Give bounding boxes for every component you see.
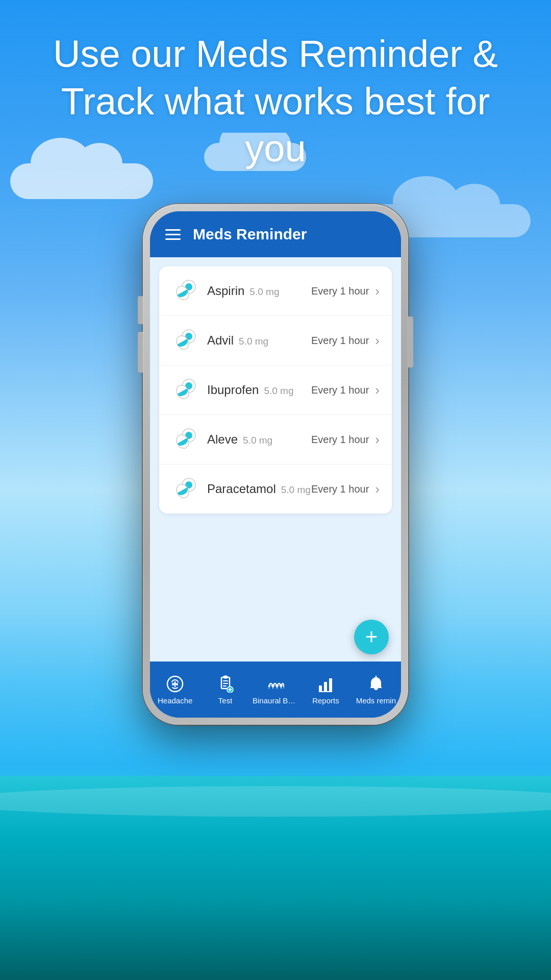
nav-item-reports[interactable]: Reports <box>300 662 350 718</box>
chevron-right-aleve: › <box>375 432 380 448</box>
med-dose-ibuprofen: 5.0 mg <box>264 385 293 397</box>
binaural-icon <box>266 675 285 693</box>
nav-label-headache: Headache <box>158 696 192 705</box>
nav-item-headache[interactable]: Headache <box>150 662 200 718</box>
nav-label-reports: Reports <box>312 696 339 705</box>
menu-button[interactable] <box>165 229 181 240</box>
med-info-aleve: Aleve 5.0 mg <box>207 432 311 447</box>
med-dose-aleve: 5.0 mg <box>243 435 272 446</box>
chevron-right-ibuprofen: › <box>375 382 380 398</box>
med-info-advil: Advil 5.0 mg <box>207 333 311 348</box>
svg-point-27 <box>174 685 176 687</box>
meds-card: Aspirin 5.0 mg Every 1 hour › <box>159 266 392 513</box>
med-frequency-aleve: Every 1 hour <box>311 434 369 446</box>
app-title: Meds Reminder <box>193 226 307 243</box>
med-name-aleve: Aleve <box>207 432 238 447</box>
bell-icon <box>367 675 385 693</box>
meds-list-area: Aspirin 5.0 mg Every 1 hour › <box>150 257 401 616</box>
headache-icon <box>166 675 184 693</box>
nav-item-meds-reminder[interactable]: Meds remin <box>351 662 401 718</box>
pill-icon-aleve <box>171 426 198 453</box>
chevron-right-aspirin: › <box>375 283 380 299</box>
app-header: Meds Reminder <box>150 211 401 257</box>
med-name-advil: Advil <box>207 333 234 348</box>
nav-label-meds-reminder: Meds remin <box>356 696 396 705</box>
nav-label-binaural: Binaural Be... <box>253 696 298 705</box>
bottom-navigation: Headache <box>150 662 401 718</box>
med-item-ibuprofen[interactable]: Ibuprofen 5.0 mg Every 1 hour › <box>159 365 392 415</box>
headline-text: Use our Meds Reminder & Track what works… <box>0 31 551 173</box>
pill-icon-ibuprofen <box>171 377 198 403</box>
svg-rect-42 <box>329 678 332 692</box>
nav-label-test: Test <box>218 696 233 705</box>
med-dose-advil: 5.0 mg <box>239 336 268 347</box>
med-frequency-ibuprofen: Every 1 hour <box>311 384 369 396</box>
pill-icon-paracetamol <box>171 476 198 502</box>
volume-down-button <box>138 332 143 373</box>
add-medication-button[interactable]: + <box>354 620 389 654</box>
med-info-paracetamol: Paracetamol 5.0 mg <box>207 482 311 496</box>
ocean-background <box>0 776 551 980</box>
med-info-aspirin: Aspirin 5.0 mg <box>207 284 311 298</box>
pill-icon-advil <box>171 327 198 354</box>
med-frequency-aspirin: Every 1 hour <box>311 285 369 297</box>
volume-up-button <box>138 296 143 324</box>
med-dose-paracetamol: 5.0 mg <box>281 484 311 496</box>
svg-rect-36 <box>223 676 228 678</box>
phone-mockup: Meds Reminder <box>143 204 408 725</box>
med-item-aleve[interactable]: Aleve 5.0 mg Every 1 hour › <box>159 415 392 464</box>
pill-icon-aspirin <box>171 278 198 304</box>
svg-rect-41 <box>324 682 327 692</box>
med-item-aspirin[interactable]: Aspirin 5.0 mg Every 1 hour › <box>159 266 392 316</box>
med-name-ibuprofen: Ibuprofen <box>207 383 259 397</box>
med-item-paracetamol[interactable]: Paracetamol 5.0 mg Every 1 hour › <box>159 464 392 513</box>
med-dose-aspirin: 5.0 mg <box>249 286 279 298</box>
med-frequency-paracetamol: Every 1 hour <box>311 483 369 495</box>
svg-rect-40 <box>319 685 322 692</box>
fab-area: + <box>150 616 401 662</box>
chevron-right-paracetamol: › <box>375 481 380 497</box>
phone-frame: Meds Reminder <box>143 204 408 725</box>
med-name-aspirin: Aspirin <box>207 284 244 298</box>
nav-item-binaural[interactable]: Binaural Be... <box>251 662 300 718</box>
chevron-right-advil: › <box>375 333 380 349</box>
power-button <box>408 316 413 368</box>
phone-screen: Meds Reminder <box>150 211 401 718</box>
med-name-paracetamol: Paracetamol <box>207 482 276 496</box>
med-item-advil[interactable]: Advil 5.0 mg Every 1 hour › <box>159 316 392 365</box>
reports-icon <box>316 675 335 693</box>
med-info-ibuprofen: Ibuprofen 5.0 mg <box>207 383 311 397</box>
med-frequency-advil: Every 1 hour <box>311 335 369 347</box>
test-icon <box>216 675 235 693</box>
nav-item-test[interactable]: Test <box>200 662 250 718</box>
